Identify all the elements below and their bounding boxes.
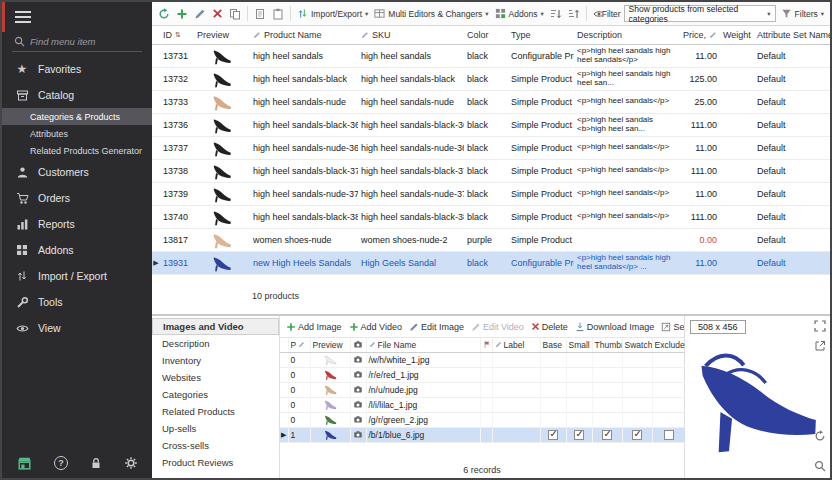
lock-button[interactable]: [89, 456, 103, 470]
rotate-button[interactable]: [814, 430, 826, 442]
table-row[interactable]: 13740 high heel sandals-black-38high hee…: [152, 205, 830, 228]
image-row[interactable]: 0 /n/u/nude.jpg: [280, 382, 685, 397]
tab-up-sells[interactable]: Up-sells: [152, 420, 279, 437]
column-header-sku[interactable]: SKU: [358, 26, 464, 44]
addons-menu[interactable]: Addons ▾: [493, 6, 546, 21]
table-row[interactable]: 13737 high heel sandals-nude-36high heel…: [152, 136, 830, 159]
image-row[interactable]: 0 /l/i/lilac_1.jpg: [280, 397, 685, 412]
column-header-thumbnail[interactable]: Thumbna: [592, 338, 622, 352]
sidebar-item-categories-products[interactable]: Categories & Products: [2, 108, 152, 125]
product-image: [687, 326, 828, 467]
sidebar-item-tools[interactable]: Tools: [2, 289, 152, 315]
small-checkbox[interactable]: [574, 430, 584, 440]
filters-menu[interactable]: Filters ▾: [779, 6, 826, 21]
product-thumbnail: [194, 67, 250, 90]
sort-ascending-button[interactable]: [548, 6, 564, 22]
column-header-label[interactable]: Label: [492, 338, 540, 352]
edit-image-button[interactable]: Edit Image: [408, 321, 465, 333]
column-header-attribute-set[interactable]: Attribute Set Name: [754, 26, 830, 44]
edit-button[interactable]: [192, 6, 208, 22]
table-row[interactable]: 13739 high heel sandals-nude-37high heel…: [152, 182, 830, 205]
duplicate-button[interactable]: [252, 6, 268, 22]
add-video-button[interactable]: Add Video: [348, 321, 403, 333]
tab-product-reviews[interactable]: Product Reviews: [152, 454, 279, 471]
column-header-description[interactable]: Description: [574, 26, 680, 44]
image-row[interactable]: 0 /w/h/white_1.jpg: [280, 352, 685, 367]
multi-editors-menu[interactable]: Multi Editors & Changers ▾: [372, 6, 490, 21]
image-row[interactable]: 0 /g/r/green_2.jpg: [280, 412, 685, 427]
table-row-selected[interactable]: ▶13931 new High Heels SandalsHigh Geels …: [152, 251, 830, 274]
tab-description[interactable]: Description: [152, 335, 279, 352]
fullscreen-button[interactable]: [814, 320, 826, 332]
sidebar-search[interactable]: [12, 32, 142, 52]
table-row[interactable]: 13817 women shoes-nudewomen shoes-nude-2…: [152, 228, 830, 251]
sort-descending-button[interactable]: [566, 6, 582, 22]
column-header-exclude[interactable]: Exclude: [652, 338, 685, 352]
image-row-selected[interactable]: ▶1 /b/1/blue_6.jpg: [280, 427, 685, 442]
hamburger-menu-button[interactable]: [2, 2, 152, 32]
column-header-preview[interactable]: Preview: [194, 26, 250, 44]
add-button[interactable]: [174, 6, 190, 22]
column-header-price[interactable]: Price,: [680, 26, 720, 44]
column-header-product-name[interactable]: Product Name: [250, 26, 358, 44]
swatch-checkbox[interactable]: [632, 430, 642, 440]
edit-video-button[interactable]: Edit Video: [470, 321, 525, 333]
sidebar-item-label: Orders: [38, 192, 70, 204]
column-header-camera[interactable]: [350, 338, 366, 352]
sidebar-item-import-export[interactable]: Import / Export: [2, 263, 152, 289]
zoom-button[interactable]: [814, 460, 826, 472]
sidebar-item-catalog[interactable]: Catalog: [2, 82, 152, 108]
sidebar-item-attributes[interactable]: Attributes: [2, 125, 152, 142]
column-header-base[interactable]: Base: [540, 338, 566, 352]
table-row[interactable]: 13738 high heel sandals-black-37high hee…: [152, 159, 830, 182]
help-button[interactable]: ?: [54, 456, 68, 470]
base-checkbox[interactable]: [548, 430, 558, 440]
sidebar-item-customers[interactable]: Customers: [2, 159, 152, 185]
column-header-id[interactable]: ID⇅: [160, 26, 194, 44]
settings-button[interactable]: [124, 456, 138, 470]
column-header-type[interactable]: Type: [508, 26, 574, 44]
download-image-button[interactable]: Download Image: [574, 321, 656, 333]
tab-related-products[interactable]: Related Products: [152, 403, 279, 420]
add-image-button[interactable]: Add Image: [285, 321, 343, 333]
column-header-weight[interactable]: Weight: [720, 26, 754, 44]
tab-cross-sells[interactable]: Cross-sells: [152, 437, 279, 454]
copy-button[interactable]: [227, 6, 243, 22]
delete-image-button[interactable]: Delete: [530, 321, 569, 333]
tab-categories[interactable]: Categories: [152, 386, 279, 403]
view-menu[interactable]: View ▾: [591, 6, 602, 22]
tab-websites[interactable]: Websites: [152, 369, 279, 386]
column-header-preview[interactable]: Preview: [310, 338, 350, 352]
column-header-flag[interactable]: [480, 338, 492, 352]
table-row[interactable]: 13732 high heel sandals-blackhigh heel s…: [152, 67, 830, 90]
column-header-position[interactable]: P: [288, 338, 310, 352]
thumbnail-checkbox[interactable]: [602, 430, 612, 440]
sidebar-item-related-products-generator[interactable]: Related Products Generator: [2, 142, 152, 159]
search-input[interactable]: [30, 36, 130, 47]
table-row[interactable]: 13736 high heel sandals-black-36high hee…: [152, 113, 830, 136]
store-button[interactable]: [16, 455, 33, 472]
tab-images-and-video[interactable]: Images and Video: [152, 318, 279, 335]
sidebar-item-view[interactable]: View: [2, 315, 152, 341]
set-resize-rule-button[interactable]: Set Resize Rule: [660, 321, 684, 333]
table-row[interactable]: 13733 high heel sandals-nudehigh heel sa…: [152, 90, 830, 113]
import-export-menu[interactable]: Import/Export ▾: [295, 6, 370, 21]
category-filter-select[interactable]: Show products from selected categories ▾: [624, 5, 776, 22]
sidebar-item-reports[interactable]: Reports: [2, 211, 152, 237]
paste-button[interactable]: [270, 6, 286, 22]
column-header-small[interactable]: Small: [566, 338, 592, 352]
image-row[interactable]: 0 /r/e/red_1.jpg: [280, 367, 685, 382]
store-icon: [16, 455, 33, 472]
camera-icon: [353, 400, 363, 409]
exclude-checkbox[interactable]: [664, 430, 674, 440]
delete-button[interactable]: [210, 6, 225, 21]
column-header-file-name[interactable]: File Name: [366, 338, 480, 352]
sidebar-item-orders[interactable]: Orders: [2, 185, 152, 211]
sidebar-item-favorites[interactable]: ★ Favorites: [2, 56, 152, 82]
sidebar-item-addons[interactable]: Addons: [2, 237, 152, 263]
table-row[interactable]: 13731 high heel sandalshigh heel sandals…: [152, 44, 830, 67]
column-header-color[interactable]: Color: [464, 26, 508, 44]
tab-inventory[interactable]: Inventory: [152, 352, 279, 369]
refresh-button[interactable]: [156, 6, 172, 22]
column-header-swatch[interactable]: Swatch: [622, 338, 652, 352]
